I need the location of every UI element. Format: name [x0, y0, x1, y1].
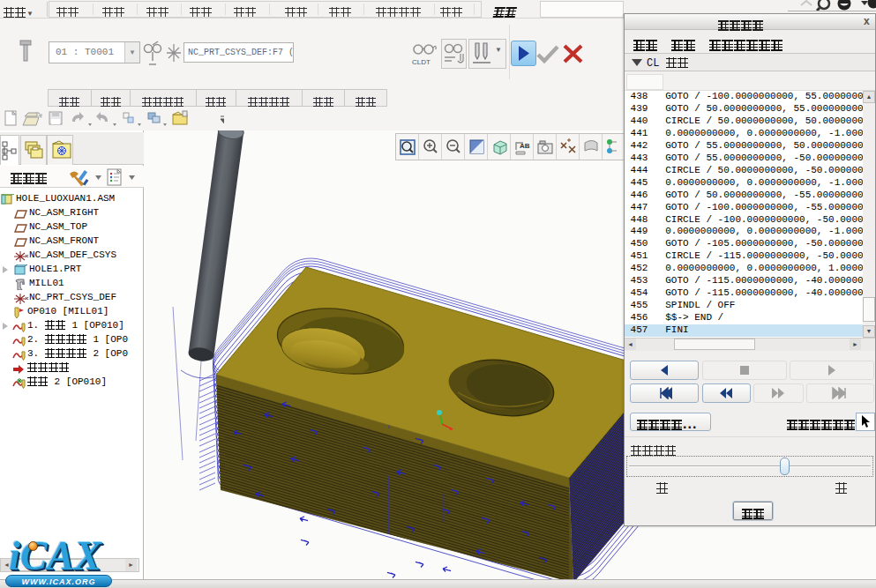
- svg-text:AB: AB: [520, 142, 530, 150]
- svg-text:CLDT: CLDT: [412, 58, 431, 66]
